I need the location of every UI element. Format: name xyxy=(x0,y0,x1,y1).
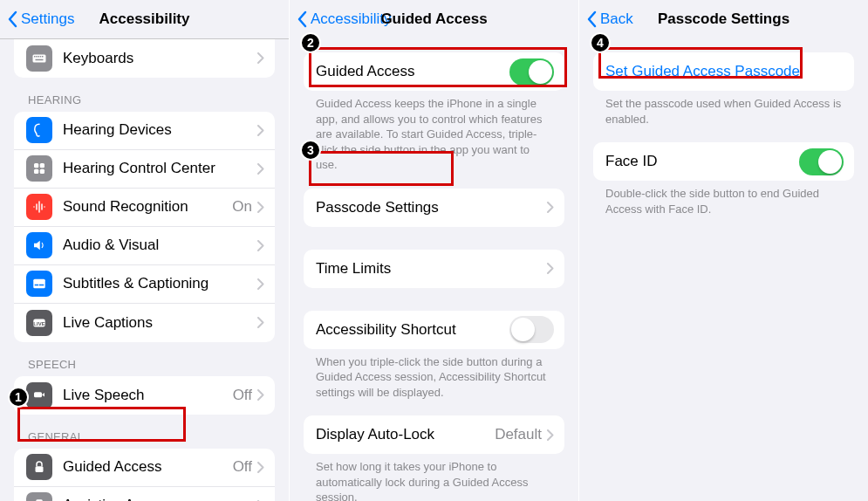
row-label: Time Limits xyxy=(316,260,547,278)
ear-icon xyxy=(26,117,52,143)
svg-rect-12 xyxy=(35,285,39,286)
face-id-toggle[interactable] xyxy=(799,148,844,175)
row-label: Accessibility Shortcut xyxy=(316,321,509,339)
shortcut-footer: When you triple-click the side button du… xyxy=(290,349,578,409)
row-label: Guided Access xyxy=(316,63,509,80)
speech-section-header: Speech xyxy=(0,342,289,376)
callout-3: 3 xyxy=(300,140,321,161)
row-value: Off xyxy=(233,387,252,404)
time-limits-row[interactable]: Time Limits xyxy=(304,250,564,288)
assistive-access-row[interactable]: Assistive Access xyxy=(14,487,275,502)
subtitles-icon xyxy=(26,271,52,297)
display-autolock-row[interactable]: Display Auto-Lock Default xyxy=(304,415,564,454)
svg-rect-16 xyxy=(34,392,42,397)
lock-icon xyxy=(26,454,52,480)
hearing-section-header: Hearing xyxy=(0,78,289,112)
accessibility-shortcut-row[interactable]: Accessibility Shortcut xyxy=(304,311,564,349)
general-section-header: General xyxy=(0,415,289,449)
chevron-right-icon xyxy=(547,263,554,274)
svg-rect-9 xyxy=(34,169,38,174)
set-guided-access-passcode-row[interactable]: Set Guided Access Passcode xyxy=(593,52,854,91)
chevron-left-icon xyxy=(7,10,17,28)
row-label: Face ID xyxy=(605,153,799,170)
row-value: Off xyxy=(233,458,252,476)
sound-recognition-row[interactable]: Sound Recognition On xyxy=(14,189,275,227)
set-passcode-footer: Set the passcode used when Guided Access… xyxy=(579,91,868,135)
svg-rect-11 xyxy=(33,279,45,289)
row-label: Guided Access xyxy=(63,458,233,476)
speaker-icon xyxy=(26,232,52,258)
chevron-right-icon xyxy=(257,317,264,328)
page-title: Passcode Settings xyxy=(658,10,789,28)
row-label: Set Guided Access Passcode xyxy=(605,63,844,80)
chevron-left-icon xyxy=(297,10,307,28)
row-label: Hearing Control Center xyxy=(63,160,257,177)
chevron-right-icon xyxy=(257,163,264,175)
svg-rect-10 xyxy=(40,169,44,174)
guided-access-toggle-row[interactable]: Guided Access xyxy=(304,52,564,91)
chevron-left-icon xyxy=(586,10,597,28)
svg-rect-0 xyxy=(33,54,46,62)
callout-2: 2 xyxy=(300,32,321,53)
chevron-right-icon xyxy=(257,125,264,136)
guided-access-row[interactable]: Guided Access Off xyxy=(14,449,275,487)
svg-rect-8 xyxy=(40,163,44,168)
audio-visual-row[interactable]: Audio & Visual xyxy=(14,227,275,265)
hearing-devices-row[interactable]: Hearing Devices xyxy=(14,112,275,150)
guided-access-panel: Accessibility Guided Access Guided Acces… xyxy=(290,0,579,501)
subtitles-row[interactable]: Subtitles & Captioning xyxy=(14,265,275,304)
hearing-control-center-row[interactable]: Hearing Control Center xyxy=(14,150,275,189)
row-label: Hearing Devices xyxy=(63,121,257,139)
face-id-footer: Double-click the side button to end Guid… xyxy=(579,181,868,225)
back-button[interactable]: Settings xyxy=(7,10,74,28)
speech-icon xyxy=(26,382,52,408)
live-captions-row[interactable]: LIVE Live Captions xyxy=(14,304,275,342)
passcode-settings-row[interactable]: Passcode Settings xyxy=(304,189,564,227)
row-value: Default xyxy=(495,426,542,443)
back-label: Settings xyxy=(21,10,74,28)
chevron-right-icon xyxy=(257,389,264,401)
chevron-right-icon xyxy=(257,462,264,473)
passcode-settings-panel: Back Passcode Settings Set Guided Access… xyxy=(579,0,868,501)
chevron-right-icon xyxy=(257,240,264,251)
back-label: Back xyxy=(600,10,633,28)
back-label: Accessibility xyxy=(311,10,392,28)
chevron-right-icon xyxy=(257,52,264,64)
svg-text:LIVE: LIVE xyxy=(33,321,44,326)
row-label: Live Speech xyxy=(63,387,233,404)
row-label: Passcode Settings xyxy=(316,199,547,216)
row-label: Display Auto-Lock xyxy=(316,426,495,443)
nav-bar: Settings Accessibility xyxy=(0,0,289,38)
autolock-footer: Set how long it takes your iPhone to aut… xyxy=(290,454,578,501)
accessibility-settings-panel: Settings Accessibility Keyboards Hearing… xyxy=(0,0,290,501)
svg-rect-4 xyxy=(40,56,42,58)
back-button[interactable]: Back xyxy=(586,10,633,28)
svg-rect-13 xyxy=(39,285,44,286)
chevron-right-icon xyxy=(547,202,554,213)
page-title: Accessibility xyxy=(99,10,190,28)
row-label: Assistive Access xyxy=(63,497,257,501)
svg-rect-2 xyxy=(36,56,38,58)
chevron-right-icon xyxy=(257,202,264,213)
svg-rect-17 xyxy=(36,466,44,472)
svg-rect-3 xyxy=(38,56,40,58)
sound-icon xyxy=(26,194,52,220)
nav-bar: Back Passcode Settings xyxy=(579,0,868,38)
keyboards-label: Keyboards xyxy=(63,50,257,67)
keyboards-row[interactable]: Keyboards xyxy=(14,39,275,78)
guided-access-footer: Guided Access keeps the iPhone in a sing… xyxy=(290,91,578,182)
row-label: Subtitles & Captioning xyxy=(63,275,257,292)
keyboard-icon xyxy=(26,45,52,72)
assistive-icon xyxy=(26,492,52,501)
svg-rect-1 xyxy=(34,56,36,58)
row-value: On xyxy=(232,198,252,216)
guided-access-toggle[interactable] xyxy=(509,58,554,86)
row-label: Audio & Visual xyxy=(63,237,257,254)
back-button[interactable]: Accessibility xyxy=(297,10,392,28)
face-id-row[interactable]: Face ID xyxy=(593,142,854,181)
callout-4: 4 xyxy=(590,32,611,53)
live-speech-row[interactable]: Live Speech Off xyxy=(14,376,275,415)
row-label: Live Captions xyxy=(63,314,257,332)
captions-icon: LIVE xyxy=(26,310,52,336)
accessibility-shortcut-toggle[interactable] xyxy=(509,316,554,343)
